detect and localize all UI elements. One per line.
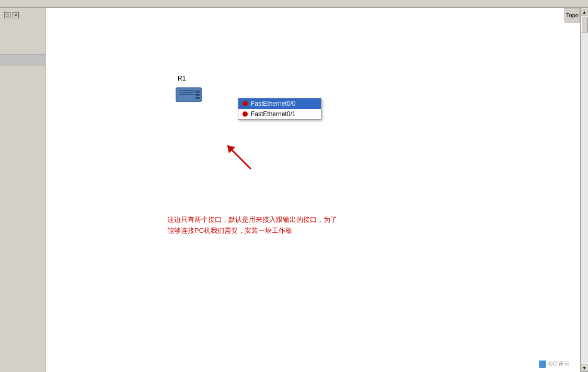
svg-rect-5	[195, 91, 200, 93]
toolbar	[0, 0, 588, 8]
interface-status-dot-0	[243, 101, 248, 106]
interface-label-0: FastEthernet0/0	[251, 100, 295, 107]
router-label: R1	[178, 75, 204, 82]
main-canvas: R1 FastEthernet0/0 Fa	[46, 8, 580, 372]
svg-rect-6	[195, 94, 200, 96]
description-line2: 能够连接PC机我们需要，安装一块工作板	[167, 226, 337, 236]
close-button[interactable]: ✕	[13, 12, 19, 18]
restore-button[interactable]: □	[4, 12, 10, 18]
window-controls: □ ✕	[4, 12, 19, 18]
interface-status-dot-1	[243, 111, 248, 117]
svg-rect-4	[179, 94, 194, 95]
description-line1: 这边只有两个接口，默认是用来接入跟输出的接口，为了	[167, 215, 337, 226]
svg-rect-7	[195, 97, 200, 99]
interface-label-1: FastEthernet0/1	[251, 110, 295, 118]
svg-rect-3	[179, 92, 194, 93]
left-panel: □ ✕	[0, 8, 46, 372]
topo-tab[interactable]: Topo	[564, 8, 580, 22]
watermark-text: ©亿速云	[548, 360, 570, 368]
svg-rect-2	[179, 90, 194, 91]
router-container: R1	[176, 75, 204, 104]
scroll-down-button[interactable]: ▼	[581, 364, 589, 372]
scrollbar-track[interactable]	[581, 16, 589, 364]
right-scrollbar: ▲ ▼	[580, 8, 588, 372]
watermark-icon	[539, 360, 546, 368]
scroll-up-button[interactable]: ▲	[581, 8, 589, 16]
scrollbar-thumb[interactable]	[581, 17, 588, 32]
description-text: 这边只有两个接口，默认是用来接入跟输出的接口，为了 能够连接PC机我们需要，安装…	[167, 215, 337, 236]
left-bar	[0, 54, 46, 65]
interface-item-fe00[interactable]: FastEthernet0/0	[238, 98, 321, 109]
red-arrow	[220, 138, 261, 182]
router-icon[interactable]	[176, 83, 204, 104]
interface-menu: FastEthernet0/0 FastEthernet0/1	[238, 98, 321, 120]
watermark: ©亿速云	[539, 360, 570, 368]
interface-item-fe01[interactable]: FastEthernet0/1	[238, 109, 321, 119]
